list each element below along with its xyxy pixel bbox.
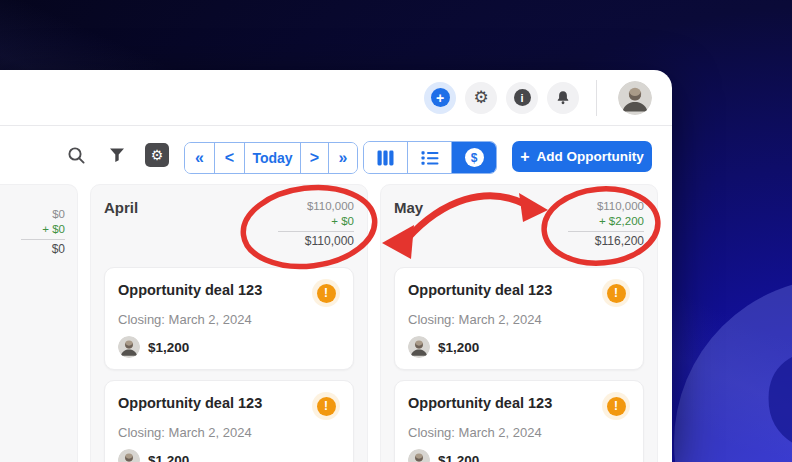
exclamation-icon: ! (317, 284, 336, 303)
add-opportunity-button[interactable]: + Add Opportunity (512, 141, 652, 172)
alert-badge: ! (312, 392, 340, 420)
app-header: + ⚙ i (0, 70, 672, 126)
plus-icon: + (431, 88, 450, 107)
next-button[interactable]: > (301, 143, 329, 173)
today-button[interactable]: Today (245, 143, 301, 173)
gear-icon: ⚙ (151, 148, 164, 162)
screenshot-stage: $ + ⚙ i (0, 0, 792, 462)
avatar-photo (618, 81, 652, 115)
filter-icon (109, 147, 125, 163)
column-title: May (394, 197, 423, 216)
owner-avatar (408, 449, 430, 462)
avatar-photo (408, 449, 430, 462)
date-nav-group: « < Today > » (184, 142, 358, 174)
search-icon (67, 146, 86, 165)
column-totals: $0 + $0 $0 (0, 205, 65, 257)
user-avatar[interactable] (618, 81, 652, 115)
create-button[interactable]: + (424, 82, 456, 114)
alert-badge: ! (312, 279, 340, 307)
totals-rule (21, 239, 65, 240)
total-delta: + $2,200 (568, 214, 644, 229)
total-base: $110,000 (568, 199, 644, 214)
total-delta: + $0 (0, 222, 65, 237)
list-icon (421, 150, 439, 166)
opportunity-title: Opportunity deal 123 (408, 392, 552, 411)
opportunity-title: Opportunity deal 123 (118, 279, 262, 298)
exclamation-icon: ! (317, 397, 336, 416)
owner-avatar (118, 449, 140, 462)
info-button[interactable]: i (506, 82, 538, 114)
fast-prev-button[interactable]: « (185, 143, 215, 173)
view-toggle-group: $ (363, 141, 497, 174)
pipeline-board: $0 + $0 $0 April $110,000 + $0 $110,000 (0, 182, 672, 462)
board-toolbar: ⚙ « < Today > » (0, 127, 672, 183)
total-delta: + $0 (278, 214, 354, 229)
settings-button[interactable]: ⚙ (465, 82, 497, 114)
owner-avatar (118, 336, 140, 358)
column-previous-partial: $0 + $0 $0 (0, 184, 78, 462)
column-header: May $110,000 + $2,200 $116,200 (394, 197, 644, 253)
fast-next-button[interactable]: » (329, 143, 357, 173)
amount: $1,200 (148, 340, 189, 355)
closing-date: Closing: March 2, 2024 (118, 312, 340, 327)
total-base: $110,000 (278, 199, 354, 214)
alert-badge: ! (602, 392, 630, 420)
money-view-button[interactable]: $ (452, 142, 496, 173)
notifications-button[interactable] (547, 82, 579, 114)
opportunity-card[interactable]: Opportunity deal 123 ! Closing: March 2,… (104, 380, 354, 462)
prev-button[interactable]: < (215, 143, 245, 173)
amount: $1,200 (438, 340, 479, 355)
avatar-photo (118, 336, 140, 358)
filter-button[interactable] (105, 143, 129, 167)
owner-avatar (408, 336, 430, 358)
closing-date: Closing: March 2, 2024 (118, 425, 340, 440)
alert-badge: ! (602, 279, 630, 307)
list-view-button[interactable] (408, 142, 452, 173)
kanban-view-button[interactable] (364, 142, 408, 173)
total-sum: $0 (0, 242, 65, 257)
dollar-watermark-glyph: $ (758, 298, 792, 462)
opportunity-card[interactable]: Opportunity deal 123 ! Closing: March 2,… (394, 267, 644, 370)
amount: $1,200 (148, 453, 189, 462)
total-sum: $110,000 (278, 234, 354, 249)
search-button[interactable] (64, 143, 88, 167)
column-header: April $110,000 + $0 $110,000 (104, 197, 354, 253)
plus-icon: + (520, 149, 529, 165)
opportunity-title: Opportunity deal 123 (118, 392, 262, 411)
exclamation-icon: ! (607, 284, 626, 303)
opportunity-title: Opportunity deal 123 (408, 279, 552, 298)
bell-icon (554, 89, 572, 107)
info-icon: i (514, 89, 531, 106)
closing-date: Closing: March 2, 2024 (408, 425, 630, 440)
app-window: + ⚙ i (0, 70, 672, 462)
total-sum: $116,200 (568, 234, 644, 249)
add-opportunity-label: Add Opportunity (537, 149, 644, 164)
kanban-columns-icon (377, 150, 394, 166)
avatar-photo (408, 336, 430, 358)
exclamation-icon: ! (607, 397, 626, 416)
column-may: May $110,000 + $2,200 $116,200 Opportuni… (380, 184, 658, 462)
column-title: April (104, 197, 138, 216)
total-base: $0 (0, 207, 65, 222)
column-april: April $110,000 + $0 $110,000 Opportunity… (90, 184, 368, 462)
dollar-circle-icon: $ (465, 148, 484, 167)
amount: $1,200 (438, 453, 479, 462)
header-divider (596, 80, 597, 116)
closing-date: Closing: March 2, 2024 (408, 312, 630, 327)
column-totals: $110,000 + $0 $110,000 (278, 197, 354, 249)
column-totals: $110,000 + $2,200 $116,200 (568, 197, 644, 249)
avatar-photo (118, 449, 140, 462)
opportunity-card[interactable]: Opportunity deal 123 ! Closing: March 2,… (104, 267, 354, 370)
gear-icon: ⚙ (473, 89, 488, 106)
opportunity-card[interactable]: Opportunity deal 123 ! Closing: March 2,… (394, 380, 644, 462)
totals-rule (568, 231, 644, 232)
board-settings-button[interactable]: ⚙ (145, 143, 169, 167)
totals-rule (278, 231, 354, 232)
